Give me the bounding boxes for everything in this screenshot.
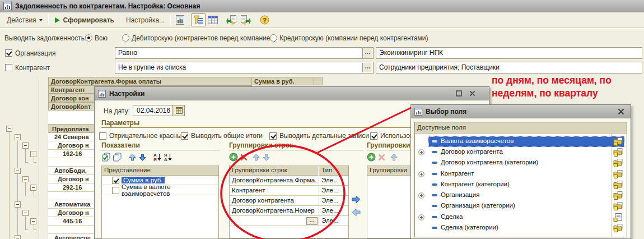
- move-up-button[interactable]: [128, 153, 137, 163]
- report-header-blank: [314, 77, 323, 85]
- radio-receivable-debt[interactable]: [122, 34, 129, 42]
- expand-icon[interactable]: [418, 171, 424, 177]
- move-right-button[interactable]: [351, 195, 361, 206]
- save-settings-button[interactable]: [239, 13, 253, 26]
- field-chooser-title: Выбор поля: [426, 108, 466, 116]
- ellipsis-button[interactable]: ...: [306, 217, 318, 225]
- row-groupings-toolbar: [229, 153, 270, 163]
- report-variant-button[interactable]: [172, 13, 187, 26]
- expand-icon[interactable]: [418, 192, 424, 199]
- collapse-icon[interactable]: [15, 235, 21, 239]
- filter-icon: [193, 15, 203, 25]
- settings-dialog-title: Настройки: [109, 90, 144, 98]
- calendar-button[interactable]: [174, 105, 185, 116]
- counterparty-filter-checkbox[interactable]: [5, 64, 12, 71]
- grouping-name: Контрагент: [232, 187, 265, 194]
- grouping-row-type[interactable]: Эле...: [319, 176, 348, 186]
- grouping-row-name[interactable]: Договор контрагента: [230, 196, 319, 206]
- move-down-button[interactable]: [262, 153, 270, 163]
- folder-doc-icon: [613, 159, 623, 167]
- collapse-icon[interactable]: [15, 134, 21, 140]
- close-icon[interactable]: [468, 89, 477, 98]
- collapse-icon[interactable]: [15, 201, 21, 208]
- field-item[interactable]: Сделка (категории): [415, 223, 627, 233]
- table-settings-button[interactable]: [206, 13, 220, 26]
- counterparty-value-field[interactable]: Сотрудники предприятия; Поставщики: [376, 62, 642, 73]
- move-left-button[interactable]: [351, 208, 361, 219]
- add-button[interactable]: [367, 153, 376, 163]
- delete-button[interactable]: [377, 153, 386, 163]
- grouping-row-name[interactable]: Контрагент: [230, 186, 319, 196]
- collapse-icon[interactable]: [15, 168, 21, 174]
- field-item[interactable]: Договор контрагента (категории): [415, 158, 627, 168]
- field-item[interactable]: Организация (категории): [415, 201, 627, 212]
- field-chooser-titlebar[interactable]: Выбор поля: [411, 105, 631, 118]
- maximize-icon[interactable]: [455, 89, 463, 98]
- load-settings-button[interactable]: [224, 13, 239, 26]
- grouping-row-type[interactable]: Эле...: [319, 206, 348, 216]
- field-item[interactable]: Контрагент: [415, 169, 627, 180]
- tree-line: [17, 140, 18, 239]
- grouping-row-type[interactable]: Эле...: [319, 196, 348, 206]
- move-up-button[interactable]: [390, 153, 398, 163]
- flag-clear-all-button[interactable]: [113, 153, 122, 163]
- grouping-row-name[interactable]: ДоговорКонтрагента.Номер: [230, 206, 319, 216]
- expand-icon[interactable]: [418, 149, 424, 155]
- settings-dialog-titlebar[interactable]: Настройки: [95, 87, 489, 100]
- radio-all-debt[interactable]: [85, 34, 92, 42]
- collapse-icon[interactable]: [6, 126, 12, 132]
- grouping-type: Эле...: [321, 187, 339, 194]
- field-item-label: Договор контрагента: [441, 148, 503, 155]
- grouping-row-type[interactable]: Эле...: [319, 186, 348, 196]
- organization-condition-field[interactable]: Равно ...: [115, 47, 374, 59]
- field-item[interactable]: Организация: [415, 190, 627, 201]
- delete-button[interactable]: [240, 153, 248, 163]
- settings-button[interactable]: Настройка...: [122, 15, 169, 26]
- collapse-icon[interactable]: [22, 176, 29, 182]
- organization-value-field[interactable]: Экоинжиниринг НПК: [376, 47, 642, 59]
- ellipsis-button[interactable]: ...: [362, 63, 372, 72]
- grouping-row-name[interactable]: ДоговорКонтрагента.Форма...: [230, 176, 319, 186]
- collapse-icon[interactable]: [30, 218, 36, 224]
- flag-set-all-button[interactable]: [101, 153, 111, 163]
- date-field[interactable]: 02.04.2016: [133, 105, 173, 116]
- grouping-row-name[interactable]: ...: [230, 216, 319, 226]
- checkbox-icon[interactable]: [112, 187, 119, 194]
- collapse-icon[interactable]: [30, 151, 36, 157]
- field-item[interactable]: Валюта взаиморасчетов: [415, 136, 627, 147]
- organization-filter-checkbox[interactable]: [5, 49, 12, 57]
- counterparty-filter-label: Контрагент: [15, 64, 50, 72]
- grouping-row-type[interactable]: Эле...: [319, 216, 348, 226]
- add-button[interactable]: [229, 153, 238, 163]
- field-item[interactable]: Сделка: [415, 212, 627, 223]
- ellipsis-button[interactable]: ...: [362, 48, 372, 58]
- collapse-icon[interactable]: [30, 185, 36, 191]
- organization-condition-value: Равно: [118, 49, 137, 57]
- doc-attr-icon: [613, 213, 623, 222]
- field-item[interactable]: Договор контрагента: [415, 147, 627, 158]
- collapse-icon[interactable]: [22, 143, 29, 149]
- show-totals-checkbox[interactable]: Выводить общие итоги: [181, 132, 263, 140]
- tree-line: [25, 229, 28, 230]
- sort-asc-button[interactable]: А Я: [153, 153, 162, 163]
- negative-red-checkbox[interactable]: Отрицательное красным: [99, 132, 186, 140]
- close-icon[interactable]: [617, 107, 625, 116]
- delete-icon: [240, 153, 248, 162]
- row-groupings-header: Группировки строк: [229, 141, 293, 149]
- filter-settings-button[interactable]: [191, 13, 206, 26]
- generate-button[interactable]: Сформировать: [50, 15, 118, 26]
- collapse-icon[interactable]: [22, 210, 29, 216]
- sort-desc-button[interactable]: Я А: [164, 153, 172, 163]
- show-details-checkbox[interactable]: Выводить детальные записи: [269, 132, 369, 140]
- move-up-button[interactable]: [252, 153, 260, 163]
- indicator-row[interactable]: Сумма в валюте взаиморасчетов: [102, 186, 218, 195]
- move-down-button[interactable]: [138, 153, 147, 163]
- help-button[interactable]: ?: [257, 13, 272, 26]
- field-item[interactable]: Контрагент (категории): [415, 180, 627, 190]
- report-window-icon: [3, 2, 12, 10]
- expand-icon[interactable]: [418, 214, 424, 220]
- actions-button[interactable]: Действия: [3, 15, 46, 26]
- counterparty-condition-field[interactable]: Не в группе из списка ...: [115, 62, 374, 73]
- radio-payable-debt[interactable]: [270, 34, 277, 42]
- checkbox-icon[interactable]: [112, 177, 119, 184]
